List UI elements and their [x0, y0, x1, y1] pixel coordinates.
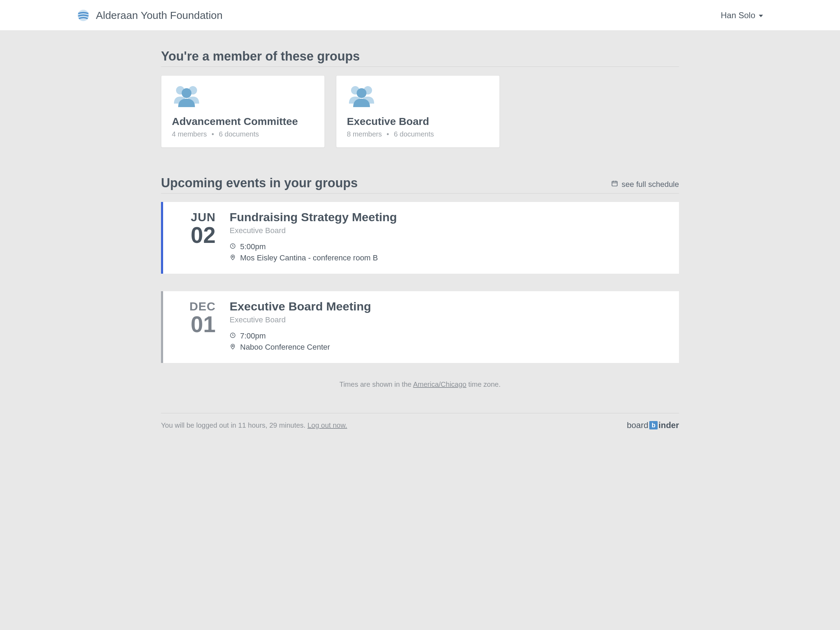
- event-time: 7:00pm: [240, 332, 266, 341]
- timezone-link[interactable]: America/Chicago: [413, 381, 466, 388]
- event-time: 5:00pm: [240, 242, 266, 251]
- session-message: You will be logged out in 11 hours, 29 m…: [161, 422, 347, 429]
- svg-point-3: [182, 88, 191, 98]
- meta-separator: •: [387, 130, 389, 138]
- group-meta: 8 members • 6 documents: [347, 130, 489, 138]
- event-time-row: 7:00pm: [230, 332, 668, 341]
- event-location-row: Mos Eisley Cantina - conference room B: [230, 253, 668, 262]
- boardbinder-logo[interactable]: board b inder: [627, 420, 679, 430]
- globe-logo-icon: [77, 9, 90, 22]
- user-name: Han Solo: [721, 11, 755, 20]
- brand[interactable]: Alderaan Youth Foundation: [77, 9, 223, 22]
- meta-separator: •: [212, 130, 214, 138]
- groups-heading: You're a member of these groups: [161, 49, 679, 67]
- see-full-schedule-link[interactable]: see full schedule: [611, 180, 679, 190]
- events-heading-row: Upcoming events in your groups see full …: [161, 176, 679, 194]
- event-time-row: 5:00pm: [230, 242, 668, 251]
- event-body: Fundraising Strategy Meeting Executive B…: [230, 208, 668, 265]
- event-title: Executive Board Meeting: [230, 300, 668, 313]
- brand-text-1: board: [627, 420, 648, 430]
- group-name: Executive Board: [347, 115, 489, 127]
- tz-suffix: time zone.: [466, 381, 501, 388]
- main-content: You're a member of these groups: [161, 31, 679, 430]
- group-documents-count: 6 documents: [394, 130, 434, 138]
- group-members-icon: [172, 84, 314, 109]
- brand-tile: b: [649, 421, 658, 429]
- group-card[interactable]: Advancement Committee 4 members • 6 docu…: [161, 75, 325, 148]
- location-pin-icon: [230, 343, 236, 352]
- group-meta: 4 members • 6 documents: [172, 130, 314, 138]
- timezone-note: Times are shown in the America/Chicago t…: [161, 381, 679, 388]
- event-body: Executive Board Meeting Executive Board …: [230, 297, 668, 354]
- calendar-icon: [611, 180, 618, 189]
- logout-timer-text: You will be logged out in 11 hours, 29 m…: [161, 422, 307, 429]
- group-name: Advancement Committee: [172, 115, 314, 127]
- event-card[interactable]: DEC 01 Executive Board Meeting Executive…: [161, 291, 679, 363]
- event-group: Executive Board: [230, 226, 668, 235]
- group-members-count: 4 members: [172, 130, 207, 138]
- event-day: 02: [174, 224, 216, 246]
- see-full-schedule-label: see full schedule: [622, 180, 679, 189]
- event-month: JUN: [174, 210, 216, 224]
- group-members-count: 8 members: [347, 130, 382, 138]
- event-date: DEC 01: [174, 297, 216, 354]
- groups-list: Advancement Committee 4 members • 6 docu…: [161, 75, 679, 148]
- event-location: Mos Eisley Cantina - conference room B: [240, 253, 378, 262]
- event-card[interactable]: JUN 02 Fundraising Strategy Meeting Exec…: [161, 202, 679, 274]
- event-location-row: Naboo Conference Center: [230, 343, 668, 352]
- group-documents-count: 6 documents: [219, 130, 259, 138]
- svg-point-14: [232, 346, 234, 347]
- location-pin-icon: [230, 253, 236, 262]
- group-members-icon: [347, 84, 489, 109]
- event-month: DEC: [174, 300, 216, 313]
- svg-point-6: [357, 88, 366, 98]
- event-date: JUN 02: [174, 208, 216, 265]
- user-menu[interactable]: Han Solo: [721, 11, 763, 20]
- org-name: Alderaan Youth Foundation: [96, 9, 223, 21]
- svg-rect-7: [612, 181, 617, 186]
- clock-icon: [230, 332, 236, 341]
- tz-prefix: Times are shown in the: [339, 381, 413, 388]
- event-title: Fundraising Strategy Meeting: [230, 210, 668, 224]
- events-heading: Upcoming events in your groups: [161, 176, 358, 190]
- event-day: 01: [174, 313, 216, 336]
- clock-icon: [230, 242, 236, 251]
- chevron-down-icon: [759, 15, 763, 17]
- event-location: Naboo Conference Center: [240, 343, 330, 352]
- svg-point-12: [232, 256, 234, 257]
- logout-link[interactable]: Log out now.: [307, 422, 347, 429]
- group-card[interactable]: Executive Board 8 members • 6 documents: [336, 75, 500, 148]
- top-bar: Alderaan Youth Foundation Han Solo: [0, 0, 840, 31]
- brand-text-2: inder: [658, 420, 679, 430]
- footer: You will be logged out in 11 hours, 29 m…: [161, 413, 679, 430]
- event-group: Executive Board: [230, 315, 668, 324]
